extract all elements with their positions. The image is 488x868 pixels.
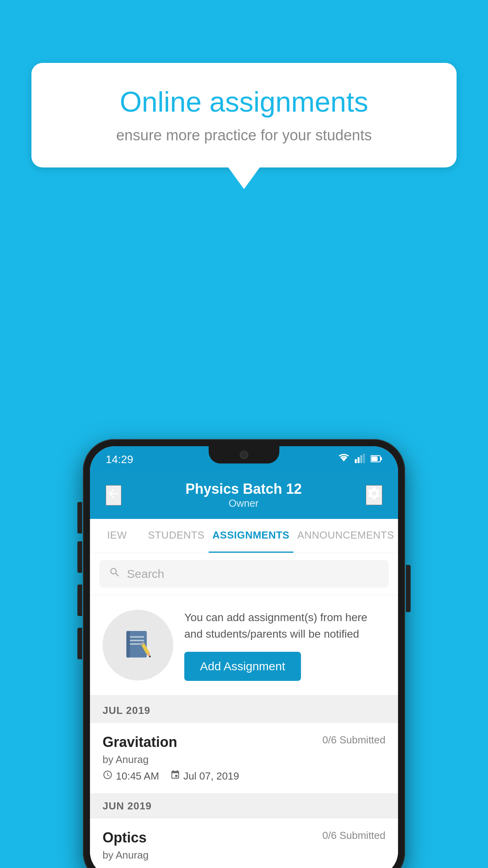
settings-button[interactable] <box>366 485 382 505</box>
signal-icon <box>355 454 366 465</box>
speech-bubble-subtitle: ensure more practice for your students <box>59 127 429 144</box>
speech-bubble-title: Online assignments <box>59 86 429 118</box>
tab-assignments[interactable]: ASSIGNMENTS <box>209 519 294 553</box>
svg-rect-7 <box>371 456 378 461</box>
tab-bar: IEW STUDENTS ASSIGNMENTS ANNOUNCEMENTS <box>90 519 398 553</box>
search-input-wrapper[interactable]: Search <box>99 560 389 588</box>
svg-rect-10 <box>129 640 144 641</box>
status-icons <box>338 454 382 465</box>
meta-date: Jul 07, 2019 <box>170 770 239 782</box>
tab-iew[interactable]: IEW <box>90 519 144 553</box>
assignment-name-optics: Optics <box>103 829 147 846</box>
notebook-icon <box>120 627 156 663</box>
phone-screen: 14:29 <box>90 446 398 868</box>
meta-time: 10:45 AM <box>103 770 159 782</box>
assignment-by-optics: by Anurag <box>103 849 385 861</box>
svg-rect-9 <box>129 636 144 638</box>
search-icon <box>109 566 121 581</box>
section-header-jun: JUN 2019 <box>90 794 398 818</box>
assignment-time: 10:45 AM <box>116 770 159 782</box>
speech-bubble-arrow <box>228 167 260 189</box>
phone-wrapper: 14:29 <box>83 439 405 868</box>
calendar-icon <box>170 770 180 782</box>
svg-rect-2 <box>358 457 360 463</box>
speech-bubble: Online assignments ensure more practice … <box>31 63 457 167</box>
search-placeholder: Search <box>127 567 164 581</box>
clock-icon <box>103 770 113 782</box>
section-header-jul: JUL 2019 <box>90 698 398 723</box>
notch-camera <box>240 451 248 459</box>
wifi-icon <box>338 454 350 465</box>
assignment-date: Jul 07, 2019 <box>183 770 239 782</box>
assignment-by: by Anurag <box>103 754 385 766</box>
header-center: Physics Batch 12 Owner <box>185 481 302 509</box>
empty-state: You can add assignment(s) from here and … <box>90 595 398 698</box>
header-title: Physics Batch 12 <box>185 481 302 497</box>
header-subtitle: Owner <box>185 497 302 509</box>
assignment-top-row: Gravitation 0/6 Submitted <box>103 734 385 750</box>
add-assignment-button[interactable]: Add Assignment <box>184 652 301 681</box>
phone-notch <box>209 446 279 463</box>
assignment-meta: 10:45 AM Jul 07, 2019 <box>103 770 385 782</box>
empty-icon-circle <box>103 610 173 680</box>
assignment-submitted-optics: 0/6 Submitted <box>323 829 385 842</box>
assignment-item-gravitation[interactable]: Gravitation 0/6 Submitted by Anurag 10:4… <box>90 723 398 794</box>
svg-rect-1 <box>355 459 357 463</box>
svg-rect-3 <box>360 455 362 463</box>
empty-text: You can add assignment(s) from here and … <box>184 609 385 681</box>
battery-icon <box>371 454 382 465</box>
svg-rect-6 <box>380 457 382 460</box>
app-header: Physics Batch 12 Owner <box>90 471 398 519</box>
svg-rect-4 <box>363 454 365 463</box>
assignment-submitted: 0/6 Submitted <box>323 734 385 746</box>
back-button[interactable] <box>106 485 121 506</box>
svg-rect-12 <box>127 631 130 658</box>
speech-bubble-container: Online assignments ensure more practice … <box>31 63 457 189</box>
tab-students[interactable]: STUDENTS <box>144 519 208 553</box>
assignment-item-optics[interactable]: Optics 0/6 Submitted by Anurag <box>90 818 398 868</box>
status-time: 14:29 <box>106 453 133 466</box>
svg-marker-0 <box>341 458 347 462</box>
phone-outer: 14:29 <box>83 439 405 868</box>
gear-icon <box>367 486 382 501</box>
assignment-top-row-optics: Optics 0/6 Submitted <box>103 829 385 846</box>
assignment-name: Gravitation <box>103 734 177 750</box>
empty-description: You can add assignment(s) from here and … <box>184 609 385 642</box>
tab-announcements[interactable]: ANNOUNCEMENTS <box>294 519 398 553</box>
back-arrow-icon <box>106 487 121 501</box>
search-bar: Search <box>90 553 398 595</box>
